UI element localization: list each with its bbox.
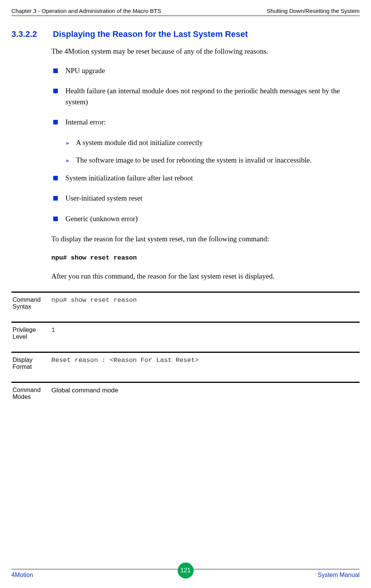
- list-item: User-initiated system reset: [51, 193, 360, 204]
- square-bullet-icon: [53, 196, 58, 201]
- sub-list-item: » A system module did not initialize cor…: [66, 137, 360, 148]
- sub-list-item-text: The software image to be used for reboot…: [76, 155, 312, 166]
- list-item-text: Generic (unknown error): [65, 214, 138, 225]
- row-label: Command Modes: [11, 387, 51, 400]
- row-value: npu# show reset reason: [51, 296, 360, 310]
- table-row: Command Syntax npu# show reset reason: [11, 292, 360, 322]
- sub-reason-list: » A system module did not initialize cor…: [66, 137, 360, 166]
- row-value: Reset reason : <Reason For Last Reset>: [51, 357, 360, 370]
- table-row: Privilege Level 1: [11, 322, 360, 352]
- list-item: Internal error:: [51, 117, 360, 128]
- result-paragraph: After you run this command, the reason f…: [51, 271, 360, 282]
- list-item-text: System initialization failure after last…: [65, 173, 193, 184]
- square-bullet-icon: [53, 217, 58, 221]
- page-number-badge: 121: [178, 563, 194, 578]
- sub-list-item-text: A system module did not initialize corre…: [76, 137, 203, 148]
- square-bullet-icon: [53, 69, 58, 73]
- section-title: Displaying the Reason for the Last Syste…: [53, 29, 248, 39]
- page-header: Chapter 3 - Operation and Administration…: [11, 8, 360, 16]
- list-item-text: User-initiated system reset: [65, 193, 142, 204]
- row-label: Display Format: [11, 357, 51, 370]
- square-bullet-icon: [53, 120, 58, 124]
- section-number: 3.3.2.2: [11, 29, 51, 39]
- list-item: Generic (unknown error): [51, 214, 360, 225]
- table-row: Display Format Reset reason : <Reason Fo…: [11, 352, 360, 382]
- page-footer: 4Motion 121 System Manual: [11, 569, 360, 578]
- reason-list: NPU upgrade Health failure (an internal …: [51, 65, 360, 128]
- guillemet-icon: »: [66, 138, 69, 148]
- intro-paragraph: The 4Motion system may be reset because …: [51, 46, 360, 57]
- header-left: Chapter 3 - Operation and Administration…: [11, 8, 161, 14]
- guillemet-icon: »: [66, 156, 69, 166]
- header-right: Shutting Down/Resetting the System: [267, 8, 360, 14]
- list-item-text: NPU upgrade: [65, 65, 105, 76]
- sub-list-item: » The software image to be used for rebo…: [66, 155, 360, 166]
- square-bullet-icon: [53, 89, 58, 93]
- row-label: Command Syntax: [11, 296, 51, 310]
- row-label: Privilege Level: [11, 327, 51, 340]
- section-heading: 3.3.2.2 Displaying the Reason for the La…: [11, 29, 360, 39]
- row-value: 1: [51, 327, 360, 340]
- list-item-text: Internal error:: [65, 117, 106, 128]
- list-item: NPU upgrade: [51, 65, 360, 76]
- footer-left: 4Motion: [11, 572, 33, 578]
- command-line: npu# show reset reason: [51, 253, 360, 263]
- list-item-text: Health failure (an internal module does …: [65, 86, 360, 107]
- table-row: Command Modes Global command mode: [11, 382, 360, 412]
- list-item: Health failure (an internal module does …: [51, 86, 360, 107]
- square-bullet-icon: [53, 176, 58, 180]
- row-value: Global command mode: [51, 387, 360, 400]
- command-details-table: Command Syntax npu# show reset reason Pr…: [11, 292, 360, 412]
- reason-list-continued: System initialization failure after last…: [51, 173, 360, 225]
- footer-right: System Manual: [318, 572, 360, 578]
- list-item: System initialization failure after last…: [51, 173, 360, 184]
- instruction-paragraph: To display the reason for the last syste…: [51, 234, 360, 245]
